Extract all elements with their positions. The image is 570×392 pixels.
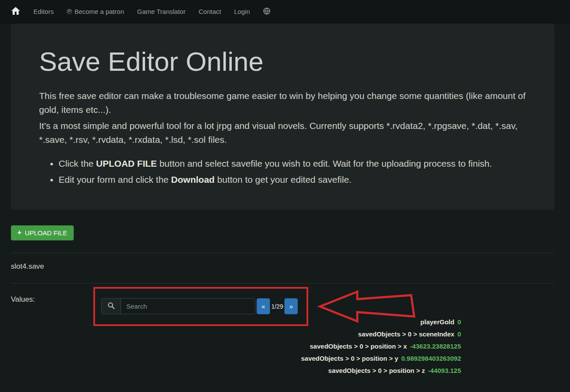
next-page-button[interactable]: » (284, 298, 298, 314)
value-label: playerGold (420, 318, 454, 326)
red-annotation-box: « 1/29 » (93, 287, 308, 326)
patreon-icon: ℗ (67, 8, 72, 15)
nav-item-label: Become a patron (74, 8, 124, 15)
search-icon (108, 302, 115, 311)
nav-item-become-a-patron[interactable]: ℗ Become a patron (60, 0, 131, 23)
nav-item-contact[interactable]: Contact (192, 0, 227, 23)
search-button[interactable] (101, 298, 121, 314)
nav-item-label: Contact (198, 8, 221, 15)
hero-panel: Save Editor Online This free save editor… (11, 23, 554, 210)
instruction-text: Click the (59, 158, 96, 168)
instruction-bold-text: Download (171, 175, 214, 184)
value-field[interactable]: 0 (458, 318, 461, 326)
nav-item-game-translator[interactable]: Game Translator (131, 0, 192, 23)
nav-item-label: Editors (33, 8, 54, 15)
home-icon (11, 7, 20, 16)
home-link[interactable] (4, 0, 27, 23)
values-list: playerGold 0 savedObjects > 0 > sceneInd… (301, 318, 461, 374)
nav-item-label: Login (234, 8, 250, 15)
instruction-bold-text: UPLOAD FILE (96, 158, 157, 168)
value-row: savedObjects > 0 > position > x -43623.2… (310, 343, 461, 350)
value-label: savedObjects > 0 > position > x (310, 343, 407, 350)
nav-item-language[interactable] (257, 0, 277, 23)
language-icon (263, 7, 270, 16)
upload-file-button[interactable]: + UPLOAD FILE (11, 225, 74, 240)
plus-icon: + (17, 229, 21, 236)
page-title: Save Editor Online (39, 46, 526, 77)
instructions-list: Click the UPLOAD FILE button and select … (59, 158, 526, 186)
value-row: savedObjects > 0 > position > y 0.989298… (301, 355, 461, 362)
instruction-text: button and select savefile you wish to e… (157, 158, 492, 168)
nav-item-login[interactable]: Login (227, 0, 257, 23)
instruction-item: Click the UPLOAD FILE button and select … (59, 158, 526, 170)
values-section: Values: « 1/29 » (11, 283, 554, 385)
divider (11, 253, 554, 253)
value-row: savedObjects > 0 > position > z -44093.1… (328, 367, 461, 374)
values-label: Values: (11, 295, 35, 304)
value-label: savedObjects > 0 > position > z (328, 367, 425, 374)
value-row: savedObjects > 0 > sceneIndex 0 (358, 330, 461, 338)
instruction-text: Edit your form and click the (59, 175, 171, 184)
value-row: playerGold 0 (420, 318, 461, 326)
hero-paragraph-2: It's a most simple and powerful tool for… (39, 119, 526, 146)
upload-file-button-label: UPLOAD FILE (25, 229, 67, 237)
navbar: Editors ℗ Become a patron Game Translato… (0, 0, 570, 23)
search-group: « 1/29 » (101, 298, 298, 314)
value-label: savedObjects > 0 > position > y (301, 355, 399, 362)
search-input[interactable] (121, 298, 255, 314)
value-label: savedObjects > 0 > sceneIndex (358, 330, 455, 338)
value-field[interactable]: 0 (458, 330, 461, 338)
page-indicator: 1/29 (270, 303, 284, 310)
nav-item-editors[interactable]: Editors (27, 0, 60, 23)
value-field[interactable]: -44093.125 (428, 367, 461, 374)
value-field[interactable]: -43623.23828125 (410, 343, 461, 350)
value-field[interactable]: 0.989298403263092 (401, 355, 461, 362)
instruction-text: button to get your edited savefile. (214, 175, 351, 184)
instruction-item: Edit your form and click the Download bu… (59, 174, 526, 186)
loaded-file-name: slot4.save (11, 262, 554, 271)
hero-paragraph-1: This free save editor can make a trouble… (39, 89, 526, 116)
prev-page-button[interactable]: « (257, 298, 270, 314)
nav-item-label: Game Translator (137, 8, 186, 15)
main-container: Save Editor Online This free save editor… (11, 23, 554, 385)
